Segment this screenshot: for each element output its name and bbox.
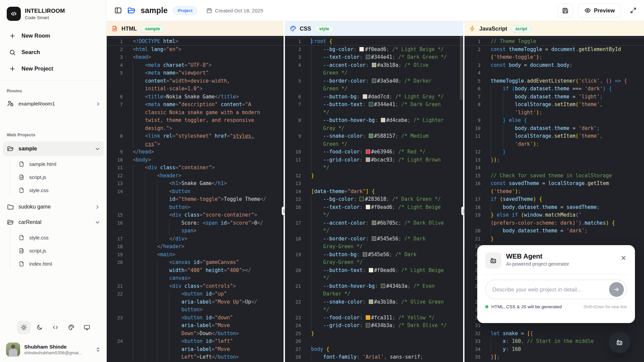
eye-icon	[584, 7, 591, 14]
file-icon	[18, 261, 25, 267]
chevron-right-icon[interactable]	[95, 101, 101, 107]
file-icon	[18, 161, 25, 167]
project-folder-sudoku-game[interactable]: sudoku game	[3, 199, 104, 214]
send-button[interactable]	[609, 282, 624, 297]
theme-button-monitor[interactable]	[81, 321, 93, 334]
folder-open-icon	[7, 219, 14, 226]
file-icon	[18, 234, 25, 241]
panel-header-javascript: JavaScriptscript	[464, 21, 644, 36]
project-folder-sample[interactable]: sample	[3, 141, 104, 156]
calendar-icon	[206, 7, 212, 14]
sidebar-item-new-room[interactable]: New Room	[0, 28, 106, 44]
panel-html: HTMLsample1<!DOCTYPE html>2<html lang="e…	[107, 21, 284, 362]
file-item-script.js[interactable]: script.js	[0, 171, 106, 184]
monitor-icon	[84, 324, 90, 331]
page-title: sample	[141, 6, 167, 15]
plus-icon	[9, 65, 16, 72]
panel-header-html: HTMLsample	[107, 21, 284, 36]
palette-icon	[290, 25, 296, 32]
file-item-script.js[interactable]: script.js	[0, 244, 106, 257]
robot-icon	[615, 338, 624, 347]
file-item-sample.html[interactable]: sample.html	[0, 157, 106, 171]
expand-icon[interactable]	[629, 6, 637, 14]
chevron-down-icon[interactable]	[95, 146, 100, 152]
avatar	[6, 343, 20, 357]
agent-hint: Shift+Enter for new line	[583, 305, 627, 309]
theme-button-sun[interactable]	[17, 321, 30, 334]
agent-title: WEB Agent	[506, 253, 569, 260]
main-area: sample Project Created Oct 18, 2025 Prev…	[107, 0, 644, 362]
chevron-right-icon[interactable]	[95, 204, 100, 210]
brand-title: INTELLIROOM	[25, 8, 65, 14]
brand: INTELLIROOM Code Smart	[0, 0, 106, 24]
panel-css: CSSstyle1:root {2--bg-color: #f0ead6; /*…	[285, 21, 463, 362]
sidebar: INTELLIROOM Code Smart New RoomSearchNew…	[0, 0, 107, 362]
editor-css[interactable]: 1:root {2--bg-color: #f0ead6; /* Light B…	[285, 36, 463, 362]
file-code-icon	[18, 174, 25, 180]
brand-subtitle: Code Smart	[25, 15, 65, 20]
theme-button-palette[interactable]	[65, 321, 78, 334]
zap-icon	[469, 25, 476, 32]
editor-html[interactable]: 1<!DOCTYPE html>2<html lang="en">3<head>…	[107, 36, 284, 362]
save-icon	[562, 7, 569, 14]
code-icon	[52, 324, 59, 331]
agent-fab[interactable]	[609, 332, 630, 353]
sidebar-item-new-project[interactable]: New Project	[0, 60, 106, 77]
file-item-index.html[interactable]: index.html	[0, 257, 106, 270]
agent-status: HTML, CSS & JS will be generated	[491, 304, 562, 309]
file-code-icon	[18, 247, 25, 254]
user-card[interactable]: Shubham Shinde shindeshubham5356@gmai...	[0, 339, 106, 362]
project-folder-carRental[interactable]: carRental	[3, 215, 104, 230]
room-icon	[7, 100, 14, 107]
web-agent-card: WEB Agent AI-powered project generator D…	[477, 245, 635, 323]
folder-open-icon	[7, 145, 14, 152]
moon-icon	[36, 324, 43, 331]
created-date: Created Oct 18, 2025	[206, 7, 263, 14]
sidebar-toggle-icon[interactable]	[114, 6, 122, 14]
sun-icon	[20, 324, 27, 331]
preview-button[interactable]: Preview	[578, 3, 621, 17]
file-item-style.css[interactable]: style.css	[0, 231, 106, 244]
chevrons-up-down-icon[interactable]	[95, 347, 101, 353]
chevron-down-icon[interactable]	[95, 220, 100, 225]
arrow-right-icon	[613, 286, 620, 293]
user-name: Shubham Shinde	[24, 344, 82, 350]
project-badge: Project	[173, 6, 197, 15]
top-bar: sample Project Created Oct 18, 2025 Prev…	[107, 0, 644, 21]
web-projects-label: Web Projects	[0, 111, 106, 141]
rooms-list: exampleRoom1	[0, 97, 106, 111]
project-tree: samplesample.htmlscript.jsstyle.csssudok…	[0, 141, 106, 272]
plus-icon	[9, 33, 16, 39]
sidebar-item-search[interactable]: Search	[0, 44, 106, 60]
user-email: shindeshubham5356@gmai...	[24, 350, 82, 355]
rooms-label: Rooms	[0, 81, 106, 97]
save-button[interactable]	[558, 3, 573, 17]
room-item-exampleRoom1[interactable]: exampleRoom1	[0, 97, 106, 111]
panel-header-css: CSSstyle	[285, 21, 463, 36]
folder-closed-icon	[7, 203, 14, 211]
theme-button-moon[interactable]	[33, 321, 46, 334]
theme-switcher	[0, 321, 106, 339]
search-icon	[9, 49, 16, 56]
agent-input[interactable]: Describe your web project in detail...	[485, 280, 627, 299]
project-folder-icon	[127, 6, 136, 15]
file-icon	[18, 187, 25, 193]
robot-icon	[485, 253, 501, 269]
brand-logo-icon	[7, 7, 21, 21]
doc-icon	[111, 25, 118, 32]
agent-subtitle: AI-powered project generator	[506, 261, 569, 267]
file-item-style.css[interactable]: style.css	[0, 184, 106, 197]
agent-input-placeholder: Describe your web project in detail...	[492, 286, 609, 293]
status-dot	[485, 305, 488, 308]
palette-icon	[68, 324, 75, 331]
theme-button-code[interactable]	[49, 321, 62, 334]
app: INTELLIROOM Code Smart New RoomSearchNew…	[0, 0, 644, 362]
sidebar-menu: New RoomSearchNew Project	[0, 28, 106, 77]
close-icon[interactable]	[620, 255, 627, 261]
